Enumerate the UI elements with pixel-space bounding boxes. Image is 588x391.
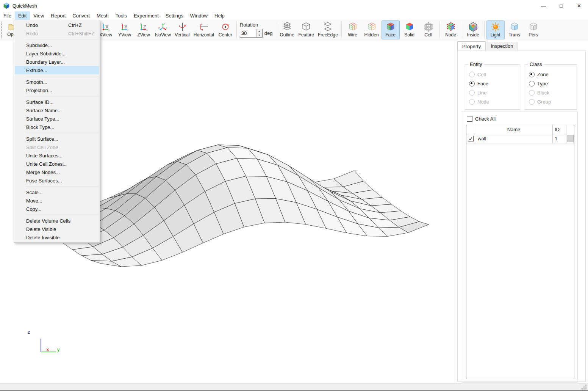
radio-entity-node[interactable]: Node	[465, 97, 520, 106]
face-button[interactable]: Face	[382, 20, 400, 39]
tab-inspection[interactable]: Inspection	[486, 42, 518, 50]
light-button[interactable]: Light	[486, 20, 505, 39]
spinner-down-icon[interactable]: ▼	[256, 33, 262, 37]
tab-property[interactable]: Property	[457, 41, 486, 51]
menu-item-smooth[interactable]: Smooth...	[15, 78, 99, 86]
window-controls: — □ ✕	[535, 0, 588, 11]
check-all-row[interactable]: Check All	[467, 116, 496, 122]
menu-convert[interactable]: Convert	[69, 11, 93, 20]
pers-button[interactable]: Pers	[524, 20, 543, 39]
menu-item-split-surface[interactable]: Split Surface...	[15, 135, 99, 143]
wire-button[interactable]: Wire	[344, 20, 362, 39]
menu-settings[interactable]: Settings	[162, 11, 187, 20]
menu-window[interactable]: Window	[187, 11, 211, 20]
menu-item-split-cell-zone[interactable]: Split Cell Zone	[15, 143, 99, 151]
wire-label: Wire	[348, 32, 357, 38]
maximize-button[interactable]: □	[552, 0, 570, 11]
zview-button[interactable]: Z y x ZView	[134, 20, 153, 39]
outline-button[interactable]: Outline	[278, 20, 296, 39]
rotation-input[interactable]	[240, 29, 256, 37]
toolbar-grip[interactable]	[1, 22, 2, 38]
menu-item-label: Delete Invisible	[26, 235, 59, 240]
menu-separator	[25, 186, 99, 187]
solid-cube-icon	[405, 22, 414, 32]
horizontal-rotate-button[interactable]: Horizontal	[192, 20, 216, 39]
menu-item-unite-surfaces[interactable]: Unite Surfaces...	[15, 151, 99, 160]
vertical-rotate-button[interactable]: Vertical	[173, 20, 191, 39]
row-checkbox[interactable]	[468, 136, 474, 141]
menu-bar: File Edit View Report Convert Mesh Tools…	[0, 11, 588, 20]
solid-button[interactable]: Solid	[400, 20, 419, 39]
menu-item-label: Move...	[26, 198, 42, 204]
zview-label: ZView	[137, 32, 150, 38]
menu-item-move[interactable]: Move...	[15, 196, 99, 205]
resize-grip-icon[interactable]	[582, 385, 587, 390]
feature-button[interactable]: Feature	[297, 20, 316, 39]
menu-item-layer-subdivide[interactable]: Layer Subdivide...	[15, 49, 99, 58]
toolbar-separator	[236, 22, 237, 38]
radio-entity-line[interactable]: Line	[465, 88, 520, 97]
menu-item-redo[interactable]: Redo Ctrl+Shift+Z	[15, 29, 99, 38]
radio-class-block[interactable]: Block	[525, 88, 577, 97]
menu-item-extrude[interactable]: Extrude...	[15, 66, 99, 74]
menu-item-label: Surface Name...	[26, 108, 62, 113]
toolbar-separator	[276, 22, 276, 38]
zview-axis-icon: Z y x	[139, 22, 149, 32]
row-detail-button[interactable]	[567, 135, 574, 142]
menu-item-undo[interactable]: Undo Ctrl+Z	[15, 21, 99, 29]
radio-class-type[interactable]: Type	[525, 79, 577, 88]
radio-entity-face[interactable]: Face	[465, 79, 520, 88]
menu-item-subdivide[interactable]: Subdivide...	[15, 41, 99, 49]
minimize-button[interactable]: —	[535, 0, 552, 11]
node-button[interactable]: Node	[442, 20, 460, 39]
horizontal-label: Horizontal	[194, 32, 214, 38]
menu-item-projection[interactable]: Projection...	[15, 86, 99, 94]
hidden-button[interactable]: Hidden	[363, 20, 381, 39]
radio-icon	[469, 99, 475, 105]
freeedge-label: FreeEdge	[318, 32, 338, 38]
radio-label: Group	[537, 99, 551, 105]
menu-item-fuse-surfaces[interactable]: Fuse Surfaces...	[15, 176, 99, 185]
table-row[interactable]: wall 1	[466, 134, 574, 143]
menu-tools[interactable]: Tools	[112, 11, 130, 20]
menu-item-delete-visible[interactable]: Delete Visible	[15, 225, 99, 233]
close-button[interactable]: ✕	[570, 0, 588, 11]
menu-item-delete-volume-cells[interactable]: Delete Volume Cells	[15, 217, 99, 225]
row-name: wall	[475, 134, 553, 143]
title-bar: QuickMesh — □ ✕	[0, 0, 588, 11]
menu-report[interactable]: Report	[47, 11, 69, 20]
trans-button[interactable]: Trans	[505, 20, 524, 39]
menu-item-unite-cell-zones[interactable]: Unite Cell Zones...	[15, 160, 99, 168]
menu-item-copy[interactable]: Copy...	[15, 205, 99, 213]
menu-file[interactable]: File	[0, 11, 15, 20]
axis-x-label: x	[46, 347, 49, 352]
freeedge-button[interactable]: FreeEdge	[316, 20, 339, 39]
inside-button[interactable]: Inside	[464, 20, 482, 39]
yview-button[interactable]: Y x z YView	[116, 20, 134, 39]
isoview-button[interactable]: Y z x IsoView	[153, 20, 172, 39]
menu-item-block-type[interactable]: Block Type...	[15, 123, 99, 131]
center-button[interactable]: Center	[216, 20, 235, 39]
header-checkbox-column	[466, 125, 475, 134]
menu-item-merge-nodes[interactable]: Merge Nodes...	[15, 168, 99, 176]
menu-experiment[interactable]: Experiment	[130, 11, 162, 20]
cell-button[interactable]: Cell	[419, 20, 438, 39]
menu-item-delete-invisible[interactable]: Delete Invisible	[15, 233, 99, 242]
menu-item-surface-name[interactable]: Surface Name...	[15, 106, 99, 115]
check-all-checkbox[interactable]	[467, 116, 472, 122]
menu-item-surface-id[interactable]: Surface ID...	[15, 98, 99, 106]
menu-mesh[interactable]: Mesh	[93, 11, 112, 20]
menu-edit[interactable]: Edit	[15, 11, 30, 20]
radio-class-zone[interactable]: Zone	[525, 70, 577, 79]
menu-view[interactable]: View	[30, 11, 47, 20]
axis-z-label: z	[27, 329, 30, 335]
radio-entity-cell[interactable]: Cell	[465, 70, 520, 79]
menu-help[interactable]: Help	[211, 11, 228, 20]
radio-class-group[interactable]: Group	[525, 97, 577, 106]
menu-item-boundary-layer[interactable]: Boundary Layer...	[15, 58, 99, 66]
axes-triad: z x y	[23, 328, 64, 357]
spinner-up-icon[interactable]: ▲	[256, 29, 262, 33]
radio-label: Cell	[477, 72, 486, 77]
menu-item-scale[interactable]: Scale...	[15, 188, 99, 196]
menu-item-surface-type[interactable]: Surface Type...	[15, 115, 99, 123]
